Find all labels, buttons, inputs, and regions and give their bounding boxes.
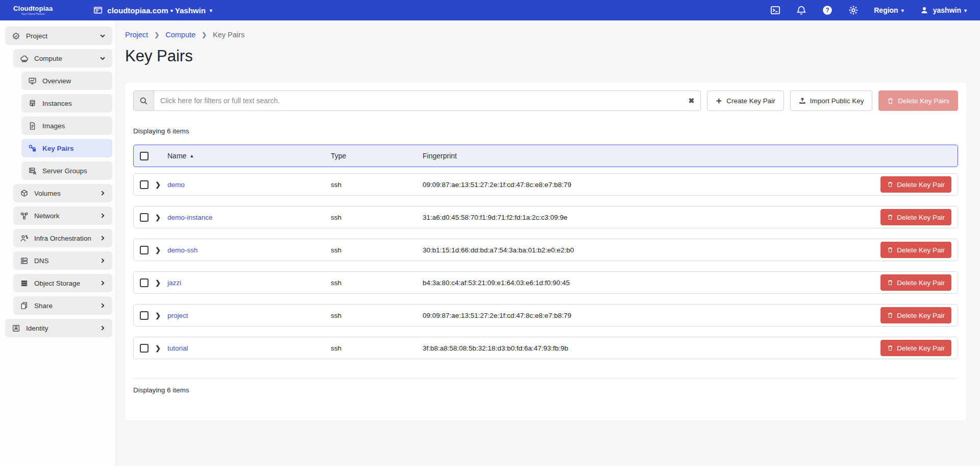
search-icon[interactable] xyxy=(134,91,154,110)
page-title: Key Pairs xyxy=(125,47,980,65)
delete-key-pair-button[interactable]: Delete Key Pair xyxy=(880,242,951,258)
sidebar-item-project[interactable]: Project xyxy=(5,27,112,45)
chevron-right-icon xyxy=(99,324,106,332)
identity-icon xyxy=(11,323,20,333)
user-menu[interactable]: yashwin ▾ xyxy=(919,5,967,16)
delete-key-pair-button[interactable]: Delete Key Pair xyxy=(880,340,951,356)
sidebar-item-overview[interactable]: Overview xyxy=(21,72,112,90)
breadcrumb-compute[interactable]: Compute xyxy=(165,31,195,39)
table-row: ❯ demo ssh 09:09:87:ae:13:51:27:2e:1f:cd… xyxy=(133,173,958,196)
trash-icon xyxy=(887,247,893,253)
sidebar-item-label: Identity xyxy=(26,324,48,332)
chevron-down-icon xyxy=(99,55,106,62)
clear-search-icon[interactable]: ✖ xyxy=(689,97,695,105)
sidebar-item-key-pairs[interactable]: Key Pairs xyxy=(21,139,112,157)
expand-row-icon[interactable]: ❯ xyxy=(155,279,163,287)
row-checkbox[interactable] xyxy=(140,311,149,320)
cloud-compute-icon xyxy=(19,54,29,63)
network-icon xyxy=(19,211,29,220)
key-pair-name-link[interactable]: demo-instance xyxy=(167,214,331,221)
row-checkbox[interactable] xyxy=(140,246,149,254)
console-icon[interactable] xyxy=(770,5,780,16)
key-pair-name-link[interactable]: project xyxy=(167,312,331,319)
breadcrumb: Project ❯ Compute ❯ Key Pairs xyxy=(125,31,980,39)
table-row: ❯ demo-ssh ssh 30:b1:15:1d:66:dd:bd:a7:5… xyxy=(133,239,958,261)
breadcrumb-project[interactable]: Project xyxy=(125,31,148,39)
expand-row-icon[interactable]: ❯ xyxy=(155,344,163,352)
sidebar-item-volumes[interactable]: Volumes xyxy=(13,184,112,202)
settings-gear-icon[interactable] xyxy=(848,5,859,16)
table-header-row: Name ▲ Type Fingerprint xyxy=(133,145,958,167)
sidebar-item-label: Infra Orchestration xyxy=(34,235,91,242)
brand-logo[interactable]: Cloudtopiaa Your Cloud Partner xyxy=(13,5,53,16)
column-header-type[interactable]: Type xyxy=(331,152,423,160)
column-header-name[interactable]: Name ▲ xyxy=(167,152,331,160)
key-pair-name-link[interactable]: demo-ssh xyxy=(167,246,331,254)
sidebar-item-label: DNS xyxy=(34,257,49,265)
delete-key-pair-button[interactable]: Delete Key Pair xyxy=(880,209,951,225)
sidebar-item-dns[interactable]: DNS xyxy=(13,251,112,270)
key-pair-fingerprint: 09:09:87:ae:13:51:27:2e:1f:cd:47:8c:e8:e… xyxy=(423,181,880,189)
domain-project-switcher[interactable]: cloudtopiaa.com • Yashwin ▾ xyxy=(92,5,212,16)
region-dropdown[interactable]: Region ▾ xyxy=(874,6,903,14)
key-pair-type: ssh xyxy=(331,312,423,319)
delete-key-pair-button[interactable]: Delete Key Pair xyxy=(880,307,951,323)
sidebar-item-network[interactable]: Network xyxy=(13,206,112,225)
svg-text:?: ? xyxy=(825,7,829,14)
sidebar-item-compute[interactable]: Compute xyxy=(13,49,112,67)
sidebar-item-instances[interactable]: Instances xyxy=(21,94,112,112)
sidebar-item-server-groups[interactable]: Server Groups xyxy=(21,161,112,180)
chevron-right-icon xyxy=(99,302,106,309)
chevron-right-icon xyxy=(99,190,106,197)
expand-row-icon[interactable]: ❯ xyxy=(155,312,163,319)
sidebar: Project Compute xyxy=(0,20,115,466)
key-pair-name-link[interactable]: jazzi xyxy=(167,279,331,287)
bulk-delete-key-pairs-button[interactable]: Delete Key Pairs xyxy=(878,90,958,111)
expand-row-icon[interactable]: ❯ xyxy=(155,246,163,254)
key-pair-name-link[interactable]: tutorial xyxy=(167,344,331,352)
upload-icon xyxy=(799,97,806,104)
table-row: ❯ demo-instance ssh 31:a6:d0:45:58:70:f1… xyxy=(133,206,958,228)
column-header-fingerprint[interactable]: Fingerprint xyxy=(423,152,951,160)
sidebar-item-images[interactable]: Images xyxy=(21,116,112,135)
sidebar-item-label: Images xyxy=(42,122,65,130)
sidebar-item-share[interactable]: Share xyxy=(13,296,112,315)
main-content: Project ❯ Compute ❯ Key Pairs Key Pairs … xyxy=(115,20,980,466)
chevron-right-icon xyxy=(99,235,106,242)
create-key-pair-button[interactable]: Create Key Pair xyxy=(707,90,783,111)
dns-icon xyxy=(19,256,29,265)
row-checkbox[interactable] xyxy=(140,278,149,287)
select-all-checkbox[interactable] xyxy=(140,152,149,160)
search-input[interactable] xyxy=(154,91,700,110)
chevron-down-icon: ▾ xyxy=(901,8,904,13)
sidebar-item-infra-orchestration[interactable]: Infra Orchestration xyxy=(13,229,112,247)
brand-tagline: Your Cloud Partner xyxy=(21,13,45,16)
top-navbar: Cloudtopiaa Your Cloud Partner cloudtopi… xyxy=(0,0,980,20)
key-pair-type: ssh xyxy=(331,344,423,352)
row-checkbox[interactable] xyxy=(140,213,149,222)
row-checkbox[interactable] xyxy=(140,180,149,189)
sidebar-item-identity[interactable]: Identity xyxy=(5,319,112,337)
user-icon xyxy=(919,5,930,16)
delete-key-pair-button[interactable]: Delete Key Pair xyxy=(880,176,951,193)
chevron-down-icon xyxy=(99,32,106,39)
expand-row-icon[interactable]: ❯ xyxy=(155,181,163,189)
object-storage-icon xyxy=(19,278,29,288)
help-icon[interactable]: ? xyxy=(822,5,832,16)
notifications-bell-icon[interactable] xyxy=(796,5,806,16)
volumes-icon xyxy=(19,189,29,198)
import-public-key-button[interactable]: Import Public Key xyxy=(790,90,873,111)
delete-key-pair-button[interactable]: Delete Key Pair xyxy=(880,274,951,291)
key-pair-name-link[interactable]: demo xyxy=(167,181,331,189)
sidebar-item-object-storage[interactable]: Object Storage xyxy=(13,274,112,292)
trash-icon xyxy=(887,312,893,318)
chevron-right-icon xyxy=(99,279,106,287)
row-checkbox[interactable] xyxy=(140,344,149,353)
sidebar-item-label: Overview xyxy=(42,77,71,85)
user-label: yashwin xyxy=(933,6,961,14)
expand-row-icon[interactable]: ❯ xyxy=(155,214,163,221)
trash-icon xyxy=(887,98,894,104)
trash-icon xyxy=(887,214,893,220)
key-pairs-panel: ✖ Create Key Pair Import Public Key xyxy=(125,83,966,421)
key-pair-type: ssh xyxy=(331,181,423,189)
